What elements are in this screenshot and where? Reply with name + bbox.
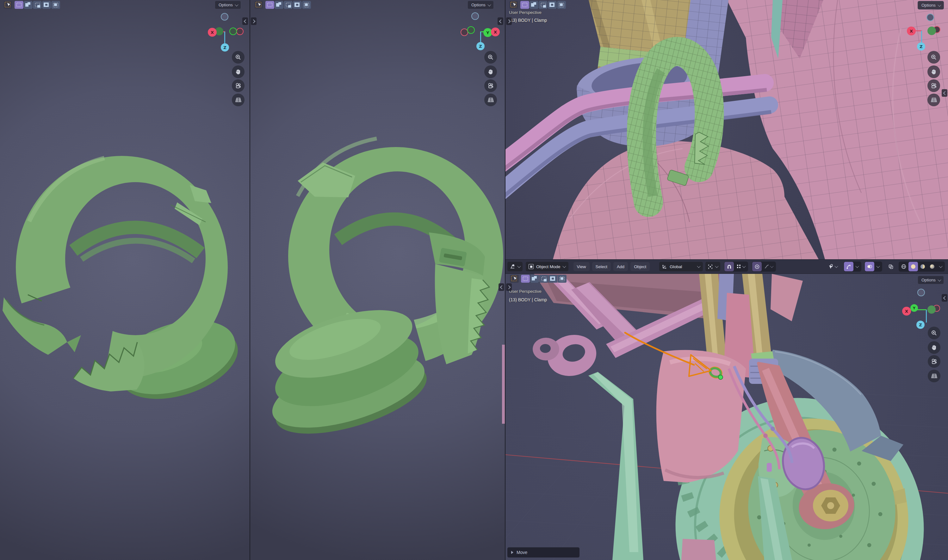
snap-magnet-toggle[interactable] — [724, 262, 734, 271]
select-box-intersect-button[interactable] — [51, 1, 60, 9]
region-arrow-right[interactable] — [506, 17, 512, 25]
region-arrow-left[interactable] — [942, 89, 947, 97]
gizmo-y-negative[interactable] — [467, 26, 475, 34]
xray-toggle[interactable] — [886, 262, 896, 271]
select-box-extend-button[interactable] — [275, 1, 283, 9]
select-box-subtract-button[interactable] — [539, 275, 548, 283]
gizmo-z-axis[interactable]: Z — [916, 321, 925, 329]
gizmo-y-negative[interactable] — [928, 305, 936, 314]
editor-type-selector[interactable] — [507, 262, 523, 271]
vp4-ortho-button[interactable] — [928, 370, 940, 382]
tweak-tool-button[interactable] — [510, 275, 519, 283]
vp1-options-button[interactable]: Options — [215, 1, 241, 9]
select-box-set-button[interactable] — [265, 1, 274, 9]
proportional-falloff-dropdown[interactable] — [762, 262, 776, 271]
vp4-camera-dot[interactable] — [917, 289, 925, 296]
transform-orientation-selector[interactable]: Global — [659, 262, 703, 271]
region-arrow-left[interactable] — [242, 17, 248, 25]
shading-wireframe-button[interactable] — [899, 262, 908, 271]
vp4-zoom-button[interactable] — [928, 327, 940, 339]
tweak-tool-button[interactable] — [3, 1, 12, 9]
gizmo-x-axis[interactable]: X — [902, 307, 911, 315]
gizmo-x-axis[interactable]: X — [907, 26, 916, 35]
select-box-invert-button[interactable] — [293, 1, 302, 9]
vp3-pan-button[interactable] — [928, 65, 940, 78]
show-gizmo-dropdown[interactable] — [825, 262, 840, 271]
gizmo-x-negative[interactable] — [236, 28, 243, 35]
vp3-camera-dot[interactable] — [926, 14, 934, 21]
gizmo-z-axis[interactable]: Z — [476, 42, 485, 50]
select-box-set-button[interactable] — [520, 1, 529, 9]
gizmo-y-negative[interactable] — [229, 28, 237, 35]
viewport-front-canvas[interactable] — [0, 0, 249, 560]
region-arrow-left[interactable] — [942, 294, 947, 302]
select-box-subtract-button[interactable] — [33, 1, 42, 9]
viewport-three-quarter[interactable] — [250, 0, 505, 560]
select-box-extend-button[interactable] — [24, 1, 32, 9]
vp3-ortho-button[interactable] — [928, 94, 940, 106]
pivot-point-selector[interactable] — [705, 262, 720, 271]
vp3-options-button[interactable]: Options — [918, 1, 944, 9]
tweak-tool-button[interactable] — [254, 1, 263, 9]
gizmo-z-axis[interactable]: Z — [917, 42, 925, 51]
vp4-pan-button[interactable] — [928, 341, 940, 354]
shading-rendered-button[interactable] — [928, 262, 937, 271]
tweak-tool-button[interactable] — [509, 1, 518, 9]
vp2-ortho-button[interactable] — [484, 94, 497, 106]
shading-solid-button[interactable] — [908, 262, 918, 271]
snap-settings-dropdown[interactable] — [734, 262, 748, 271]
vp2-camera-button[interactable] — [484, 79, 497, 92]
vp4-camera-button[interactable] — [928, 355, 940, 368]
menu-view[interactable]: View — [574, 262, 589, 271]
gizmo-y-axis[interactable] — [928, 26, 936, 35]
overlays-dropdown[interactable] — [874, 262, 882, 271]
select-box-set-button[interactable] — [15, 1, 23, 9]
mode-selector[interactable]: Object Mode — [526, 262, 568, 271]
vp1-pan-button[interactable] — [232, 65, 245, 78]
region-arrow-left[interactable] — [497, 17, 503, 25]
gizmo-x-axis[interactable]: X — [208, 28, 217, 37]
shading-dropdown[interactable] — [937, 262, 945, 271]
vp1-ortho-button[interactable] — [232, 94, 245, 106]
proportional-editing-toggle[interactable] — [752, 262, 762, 271]
select-box-subtract-button[interactable] — [539, 1, 548, 9]
select-box-invert-button[interactable] — [42, 1, 51, 9]
vp1-camera-button[interactable] — [232, 79, 245, 92]
vp1-camera-dot[interactable] — [221, 13, 228, 20]
select-box-intersect-button[interactable] — [558, 275, 566, 283]
select-box-invert-button[interactable] — [548, 275, 557, 283]
viewport-divider[interactable] — [505, 0, 505, 560]
select-box-extend-button[interactable] — [529, 1, 539, 9]
viewport-three-quarter-canvas[interactable] — [250, 0, 505, 560]
vp2-options-button[interactable]: Options — [468, 1, 494, 9]
select-box-intersect-button[interactable] — [557, 1, 566, 9]
menu-select[interactable]: Select — [592, 262, 611, 271]
viewport-scene[interactable] — [505, 274, 948, 560]
menu-object[interactable]: Object — [630, 262, 650, 271]
viewport-front[interactable] — [0, 0, 249, 560]
overlays-toggle[interactable] — [865, 262, 874, 271]
select-box-subtract-button[interactable] — [284, 1, 292, 9]
select-box-intersect-button[interactable] — [302, 1, 311, 9]
viewport-divider[interactable] — [249, 0, 250, 560]
vp2-zoom-button[interactable] — [484, 51, 497, 63]
viewport-detail[interactable] — [505, 0, 948, 259]
region-arrow-right[interactable] — [251, 17, 257, 25]
select-box-set-button[interactable] — [521, 275, 530, 283]
shading-material-button[interactable] — [918, 262, 928, 271]
viewport-scene-canvas[interactable] — [505, 274, 948, 560]
menu-add[interactable]: Add — [613, 262, 628, 271]
select-box-extend-button[interactable] — [530, 275, 539, 283]
vp4-options-button[interactable]: Options — [918, 276, 944, 284]
operator-panel-move[interactable]: Move — [507, 547, 580, 558]
vp3-camera-button[interactable] — [928, 79, 940, 92]
gizmo-x-axis[interactable]: X — [491, 28, 500, 36]
vp1-zoom-button[interactable] — [232, 51, 245, 63]
vp2-camera-dot[interactable] — [471, 12, 479, 20]
select-box-invert-button[interactable] — [548, 1, 557, 9]
region-arrow-left[interactable] — [499, 283, 504, 291]
vp3-zoom-button[interactable] — [928, 51, 940, 63]
gizmo-dropdown[interactable] — [853, 262, 861, 271]
gizmo-z-axis[interactable]: Z — [221, 43, 229, 52]
gizmo-toggle[interactable] — [844, 262, 853, 271]
